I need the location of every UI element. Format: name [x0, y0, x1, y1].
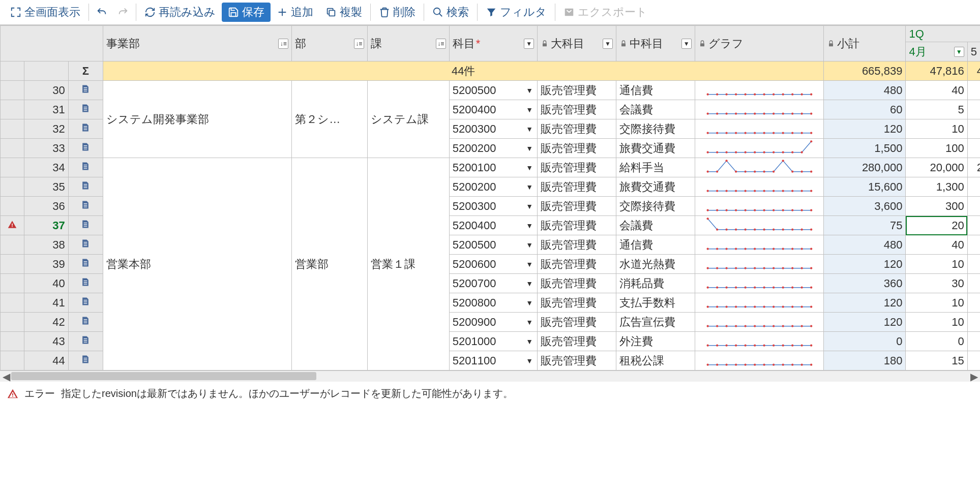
- subtotal-cell[interactable]: 60: [824, 100, 906, 119]
- next-cell[interactable]: 2: [967, 158, 980, 177]
- scroll-thumb[interactable]: [11, 372, 316, 380]
- account-code-cell[interactable]: 5200400▼: [449, 216, 537, 235]
- april-cell[interactable]: 0: [906, 332, 967, 351]
- middle-cell[interactable]: 支払手数料: [616, 293, 695, 313]
- row-detail-button[interactable]: [68, 293, 103, 313]
- subtotal-cell[interactable]: 120: [824, 313, 906, 332]
- account-code-cell[interactable]: 5200700▼: [449, 274, 537, 293]
- filter-button[interactable]: フィルタ: [480, 3, 553, 22]
- dropdown-icon[interactable]: ▼: [522, 106, 537, 114]
- major-cell[interactable]: 販売管理費: [538, 293, 616, 313]
- april-cell[interactable]: 20: [906, 216, 967, 235]
- middle-cell[interactable]: 旅費交通費: [616, 177, 695, 197]
- major-cell[interactable]: 販売管理費: [538, 332, 616, 351]
- save-button[interactable]: 保存: [222, 3, 271, 22]
- subtotal-cell[interactable]: 1,500: [824, 139, 906, 158]
- delete-button[interactable]: 削除: [373, 3, 422, 22]
- sort-filter-button[interactable]: ↓≡: [436, 39, 446, 49]
- subtotal-cell[interactable]: 280,000: [824, 158, 906, 177]
- major-cell[interactable]: 販売管理費: [538, 255, 616, 274]
- add-button[interactable]: 追加: [271, 3, 319, 22]
- next-cell[interactable]: [967, 119, 980, 139]
- april-cell[interactable]: 10: [906, 313, 967, 332]
- section-cell[interactable]: 営業１課: [367, 158, 449, 370]
- dropdown-icon[interactable]: ▼: [522, 299, 537, 307]
- account-code-cell[interactable]: 5200200▼: [449, 139, 537, 158]
- account-code-cell[interactable]: 5201000▼: [449, 332, 537, 351]
- middle-cell[interactable]: 交際接待費: [616, 119, 695, 139]
- subtotal-cell[interactable]: 15,600: [824, 177, 906, 197]
- scroll-left-arrow[interactable]: ◀: [1, 371, 11, 382]
- business-cell[interactable]: システム開発事業部: [103, 81, 291, 158]
- reload-button[interactable]: 再読み込み: [138, 3, 222, 22]
- dropdown-icon[interactable]: ▼: [522, 183, 537, 191]
- row-detail-button[interactable]: [68, 100, 103, 119]
- scroll-right-arrow[interactable]: ▶: [969, 371, 979, 382]
- april-cell[interactable]: 5: [906, 100, 967, 119]
- account-code-cell[interactable]: 5200500▼: [449, 235, 537, 255]
- next-cell[interactable]: [967, 274, 980, 293]
- account-code-cell[interactable]: 5200800▼: [449, 293, 537, 313]
- search-button[interactable]: 検索: [426, 3, 475, 22]
- row-detail-button[interactable]: [68, 81, 103, 100]
- subtotal-cell[interactable]: 120: [824, 293, 906, 313]
- dropdown-button[interactable]: ▼: [681, 39, 692, 49]
- dropdown-icon[interactable]: ▼: [522, 144, 537, 152]
- subtotal-cell[interactable]: 3,600: [824, 197, 906, 216]
- data-grid[interactable]: 事業部↓≡ 部↓≡ 課↓≡ 科目*▼ 大科目▼ 中科目▼ グラフ 小計: [0, 25, 980, 370]
- header-april[interactable]: 4月▼: [906, 42, 967, 61]
- dropdown-button[interactable]: ▼: [603, 39, 613, 49]
- middle-cell[interactable]: 旅費交通費: [616, 139, 695, 158]
- middle-cell[interactable]: 広告宣伝費: [616, 313, 695, 332]
- dropdown-icon[interactable]: ▼: [522, 280, 537, 288]
- dropdown-icon[interactable]: ▼: [522, 260, 537, 268]
- row-detail-button[interactable]: [68, 235, 103, 255]
- account-code-cell[interactable]: 5200300▼: [449, 119, 537, 139]
- next-cell[interactable]: [967, 177, 980, 197]
- april-cell[interactable]: 300: [906, 197, 967, 216]
- dropdown-button[interactable]: ▼: [524, 39, 534, 49]
- april-cell[interactable]: 30: [906, 274, 967, 293]
- subtotal-cell[interactable]: 480: [824, 81, 906, 100]
- account-code-cell[interactable]: 5201100▼: [449, 351, 537, 370]
- row-detail-button[interactable]: [68, 216, 103, 235]
- account-code-cell[interactable]: 5200100▼: [449, 158, 537, 177]
- dropdown-button[interactable]: ▼: [954, 47, 964, 57]
- major-cell[interactable]: 販売管理費: [538, 235, 616, 255]
- row-detail-button[interactable]: [68, 177, 103, 197]
- sort-filter-button[interactable]: ↓≡: [354, 39, 364, 49]
- middle-cell[interactable]: 給料手当: [616, 158, 695, 177]
- april-cell[interactable]: 1,300: [906, 177, 967, 197]
- row-detail-button[interactable]: [68, 332, 103, 351]
- account-code-cell[interactable]: 5200200▼: [449, 177, 537, 197]
- row-detail-button[interactable]: [68, 351, 103, 370]
- header-graph[interactable]: グラフ: [695, 26, 824, 61]
- major-cell[interactable]: 販売管理費: [538, 351, 616, 370]
- april-cell[interactable]: 10: [906, 119, 967, 139]
- fullscreen-button[interactable]: 全画面表示: [4, 3, 86, 22]
- major-cell[interactable]: 販売管理費: [538, 81, 616, 100]
- account-code-cell[interactable]: 5200900▼: [449, 313, 537, 332]
- middle-cell[interactable]: 会議費: [616, 216, 695, 235]
- next-cell[interactable]: [967, 216, 980, 235]
- major-cell[interactable]: 販売管理費: [538, 100, 616, 119]
- dropdown-icon[interactable]: ▼: [522, 164, 537, 172]
- middle-cell[interactable]: 水道光熱費: [616, 255, 695, 274]
- header-subtotal[interactable]: 小計: [824, 26, 906, 61]
- major-cell[interactable]: 販売管理費: [538, 313, 616, 332]
- next-cell[interactable]: [967, 139, 980, 158]
- next-cell[interactable]: [967, 313, 980, 332]
- next-cell[interactable]: [967, 100, 980, 119]
- table-row[interactable]: 34営業本部営業部営業１課5200100▼販売管理費給料手当280,00020,…: [1, 158, 981, 177]
- middle-cell[interactable]: 消耗品費: [616, 274, 695, 293]
- undo-button[interactable]: [91, 5, 112, 20]
- april-cell[interactable]: 100: [906, 139, 967, 158]
- header-middle[interactable]: 中科目▼: [616, 26, 695, 61]
- account-code-cell[interactable]: 5200300▼: [449, 197, 537, 216]
- next-cell[interactable]: [967, 81, 980, 100]
- next-cell[interactable]: [967, 332, 980, 351]
- next-cell[interactable]: [967, 293, 980, 313]
- header-major[interactable]: 大科目▼: [538, 26, 616, 61]
- row-detail-button[interactable]: [68, 274, 103, 293]
- subtotal-cell[interactable]: 0: [824, 332, 906, 351]
